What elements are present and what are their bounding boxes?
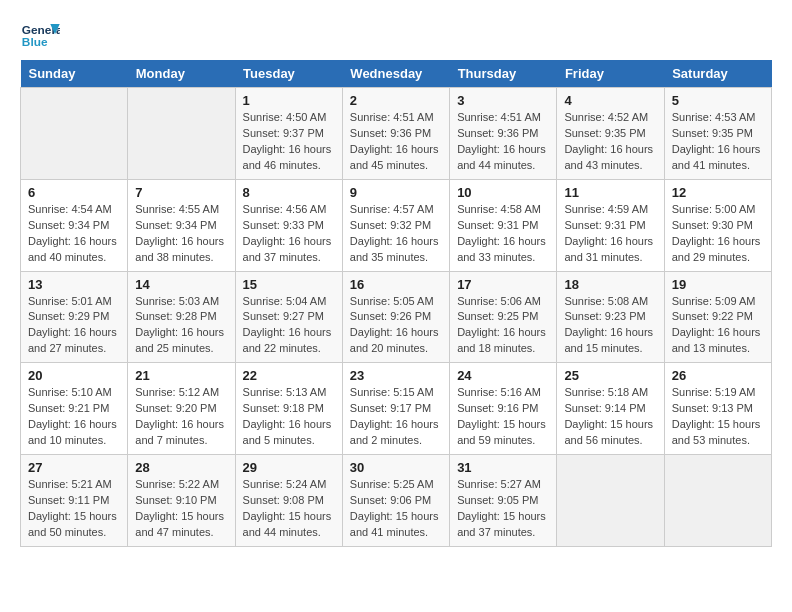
day-number: 22	[243, 368, 335, 383]
day-number: 24	[457, 368, 549, 383]
day-info: Sunrise: 5:19 AM Sunset: 9:13 PM Dayligh…	[672, 385, 764, 449]
day-info: Sunrise: 5:15 AM Sunset: 9:17 PM Dayligh…	[350, 385, 442, 449]
day-info: Sunrise: 5:16 AM Sunset: 9:16 PM Dayligh…	[457, 385, 549, 449]
header: General Blue	[20, 20, 772, 50]
calendar-cell: 24Sunrise: 5:16 AM Sunset: 9:16 PM Dayli…	[450, 363, 557, 455]
day-info: Sunrise: 4:50 AM Sunset: 9:37 PM Dayligh…	[243, 110, 335, 174]
calendar-cell: 11Sunrise: 4:59 AM Sunset: 9:31 PM Dayli…	[557, 179, 664, 271]
day-number: 29	[243, 460, 335, 475]
calendar-week: 6Sunrise: 4:54 AM Sunset: 9:34 PM Daylig…	[21, 179, 772, 271]
calendar-week: 20Sunrise: 5:10 AM Sunset: 9:21 PM Dayli…	[21, 363, 772, 455]
day-number: 31	[457, 460, 549, 475]
day-info: Sunrise: 4:56 AM Sunset: 9:33 PM Dayligh…	[243, 202, 335, 266]
day-number: 9	[350, 185, 442, 200]
day-number: 4	[564, 93, 656, 108]
day-number: 30	[350, 460, 442, 475]
weekday-header: Friday	[557, 60, 664, 88]
calendar-week: 27Sunrise: 5:21 AM Sunset: 9:11 PM Dayli…	[21, 455, 772, 547]
calendar-cell: 29Sunrise: 5:24 AM Sunset: 9:08 PM Dayli…	[235, 455, 342, 547]
day-number: 11	[564, 185, 656, 200]
day-number: 6	[28, 185, 120, 200]
day-info: Sunrise: 4:54 AM Sunset: 9:34 PM Dayligh…	[28, 202, 120, 266]
day-number: 14	[135, 277, 227, 292]
day-info: Sunrise: 5:08 AM Sunset: 9:23 PM Dayligh…	[564, 294, 656, 358]
calendar-cell: 22Sunrise: 5:13 AM Sunset: 9:18 PM Dayli…	[235, 363, 342, 455]
weekday-header: Tuesday	[235, 60, 342, 88]
calendar-cell: 6Sunrise: 4:54 AM Sunset: 9:34 PM Daylig…	[21, 179, 128, 271]
day-number: 15	[243, 277, 335, 292]
day-number: 27	[28, 460, 120, 475]
weekday-header: Monday	[128, 60, 235, 88]
day-number: 1	[243, 93, 335, 108]
calendar-header: SundayMondayTuesdayWednesdayThursdayFrid…	[21, 60, 772, 88]
day-info: Sunrise: 5:24 AM Sunset: 9:08 PM Dayligh…	[243, 477, 335, 541]
calendar-cell: 4Sunrise: 4:52 AM Sunset: 9:35 PM Daylig…	[557, 88, 664, 180]
day-info: Sunrise: 4:57 AM Sunset: 9:32 PM Dayligh…	[350, 202, 442, 266]
day-number: 12	[672, 185, 764, 200]
calendar-cell: 15Sunrise: 5:04 AM Sunset: 9:27 PM Dayli…	[235, 271, 342, 363]
calendar-cell: 28Sunrise: 5:22 AM Sunset: 9:10 PM Dayli…	[128, 455, 235, 547]
day-info: Sunrise: 5:27 AM Sunset: 9:05 PM Dayligh…	[457, 477, 549, 541]
calendar-cell	[21, 88, 128, 180]
day-info: Sunrise: 5:09 AM Sunset: 9:22 PM Dayligh…	[672, 294, 764, 358]
day-info: Sunrise: 5:25 AM Sunset: 9:06 PM Dayligh…	[350, 477, 442, 541]
day-info: Sunrise: 5:04 AM Sunset: 9:27 PM Dayligh…	[243, 294, 335, 358]
calendar-cell: 7Sunrise: 4:55 AM Sunset: 9:34 PM Daylig…	[128, 179, 235, 271]
calendar-cell: 8Sunrise: 4:56 AM Sunset: 9:33 PM Daylig…	[235, 179, 342, 271]
calendar-cell: 30Sunrise: 5:25 AM Sunset: 9:06 PM Dayli…	[342, 455, 449, 547]
calendar-cell: 3Sunrise: 4:51 AM Sunset: 9:36 PM Daylig…	[450, 88, 557, 180]
day-info: Sunrise: 4:51 AM Sunset: 9:36 PM Dayligh…	[350, 110, 442, 174]
calendar-cell	[664, 455, 771, 547]
calendar-cell: 21Sunrise: 5:12 AM Sunset: 9:20 PM Dayli…	[128, 363, 235, 455]
calendar-cell: 27Sunrise: 5:21 AM Sunset: 9:11 PM Dayli…	[21, 455, 128, 547]
calendar-cell: 10Sunrise: 4:58 AM Sunset: 9:31 PM Dayli…	[450, 179, 557, 271]
day-number: 8	[243, 185, 335, 200]
calendar-cell: 9Sunrise: 4:57 AM Sunset: 9:32 PM Daylig…	[342, 179, 449, 271]
calendar-week: 1Sunrise: 4:50 AM Sunset: 9:37 PM Daylig…	[21, 88, 772, 180]
day-number: 3	[457, 93, 549, 108]
weekday-header: Saturday	[664, 60, 771, 88]
day-info: Sunrise: 4:55 AM Sunset: 9:34 PM Dayligh…	[135, 202, 227, 266]
day-number: 16	[350, 277, 442, 292]
day-number: 26	[672, 368, 764, 383]
day-number: 2	[350, 93, 442, 108]
calendar-cell: 5Sunrise: 4:53 AM Sunset: 9:35 PM Daylig…	[664, 88, 771, 180]
day-info: Sunrise: 5:00 AM Sunset: 9:30 PM Dayligh…	[672, 202, 764, 266]
svg-text:Blue: Blue	[22, 35, 48, 49]
day-number: 5	[672, 93, 764, 108]
calendar-cell: 12Sunrise: 5:00 AM Sunset: 9:30 PM Dayli…	[664, 179, 771, 271]
calendar-cell: 19Sunrise: 5:09 AM Sunset: 9:22 PM Dayli…	[664, 271, 771, 363]
day-number: 13	[28, 277, 120, 292]
calendar-cell: 1Sunrise: 4:50 AM Sunset: 9:37 PM Daylig…	[235, 88, 342, 180]
calendar-cell: 26Sunrise: 5:19 AM Sunset: 9:13 PM Dayli…	[664, 363, 771, 455]
day-number: 28	[135, 460, 227, 475]
day-number: 18	[564, 277, 656, 292]
day-info: Sunrise: 5:03 AM Sunset: 9:28 PM Dayligh…	[135, 294, 227, 358]
weekday-header: Thursday	[450, 60, 557, 88]
calendar-cell	[557, 455, 664, 547]
day-info: Sunrise: 5:13 AM Sunset: 9:18 PM Dayligh…	[243, 385, 335, 449]
calendar-cell: 23Sunrise: 5:15 AM Sunset: 9:17 PM Dayli…	[342, 363, 449, 455]
day-number: 17	[457, 277, 549, 292]
weekday-header: Sunday	[21, 60, 128, 88]
day-number: 10	[457, 185, 549, 200]
calendar-cell: 25Sunrise: 5:18 AM Sunset: 9:14 PM Dayli…	[557, 363, 664, 455]
day-number: 23	[350, 368, 442, 383]
day-number: 20	[28, 368, 120, 383]
calendar-cell: 14Sunrise: 5:03 AM Sunset: 9:28 PM Dayli…	[128, 271, 235, 363]
calendar-cell: 16Sunrise: 5:05 AM Sunset: 9:26 PM Dayli…	[342, 271, 449, 363]
day-info: Sunrise: 5:10 AM Sunset: 9:21 PM Dayligh…	[28, 385, 120, 449]
calendar-cell	[128, 88, 235, 180]
day-info: Sunrise: 5:05 AM Sunset: 9:26 PM Dayligh…	[350, 294, 442, 358]
calendar-week: 13Sunrise: 5:01 AM Sunset: 9:29 PM Dayli…	[21, 271, 772, 363]
day-number: 7	[135, 185, 227, 200]
weekday-header: Wednesday	[342, 60, 449, 88]
day-info: Sunrise: 5:18 AM Sunset: 9:14 PM Dayligh…	[564, 385, 656, 449]
day-info: Sunrise: 5:01 AM Sunset: 9:29 PM Dayligh…	[28, 294, 120, 358]
day-number: 19	[672, 277, 764, 292]
day-number: 25	[564, 368, 656, 383]
day-info: Sunrise: 5:06 AM Sunset: 9:25 PM Dayligh…	[457, 294, 549, 358]
logo-icon: General Blue	[20, 20, 60, 50]
logo: General Blue	[20, 20, 60, 50]
day-info: Sunrise: 4:59 AM Sunset: 9:31 PM Dayligh…	[564, 202, 656, 266]
